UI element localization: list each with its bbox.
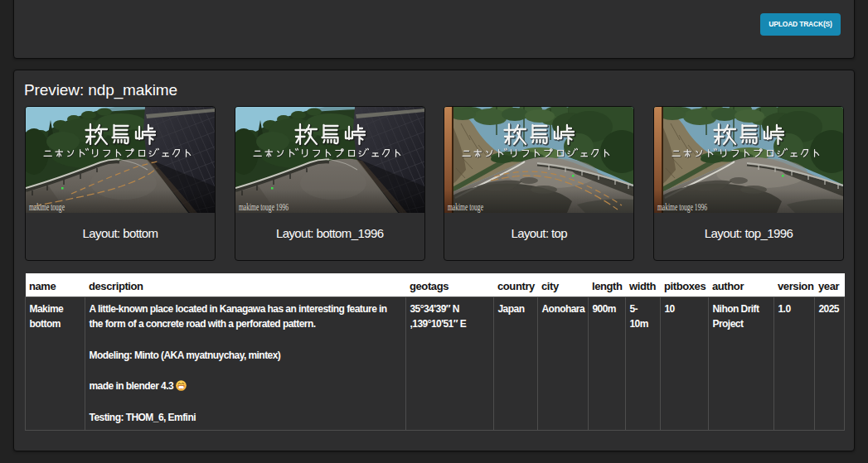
svg-text:makime touge: makime touge (29, 201, 65, 212)
svg-text:makime touge: makime touge (448, 201, 483, 212)
svg-text:makime touge 1996: makime touge 1996 (657, 201, 707, 212)
svg-text:makime touge 1996: makime touge 1996 (239, 201, 289, 212)
